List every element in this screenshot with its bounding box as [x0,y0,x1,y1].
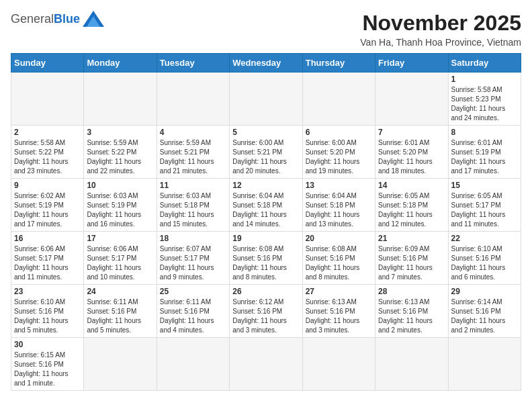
calendar-week-row: 16Sunrise: 6:06 AMSunset: 5:17 PMDayligh… [11,232,521,285]
day-info: Sunrise: 5:59 AMSunset: 5:21 PMDaylight:… [160,138,226,176]
calendar-cell: 7Sunrise: 6:01 AMSunset: 5:20 PMDaylight… [375,126,448,179]
day-number: 28 [378,287,445,296]
calendar-cell: 24Sunrise: 6:11 AMSunset: 5:16 PMDayligh… [84,285,157,338]
day-number: 23 [14,287,81,296]
calendar-cell: 18Sunrise: 6:07 AMSunset: 5:17 PMDayligh… [157,232,229,285]
day-info: Sunrise: 6:12 AMSunset: 5:16 PMDaylight:… [232,298,299,335]
calendar-cell: 8Sunrise: 6:01 AMSunset: 5:19 PMDaylight… [448,126,521,179]
weekday-header-friday: Friday [375,54,448,73]
day-info: Sunrise: 5:58 AMSunset: 5:22 PMDaylight:… [14,138,81,176]
calendar-cell [302,73,375,126]
day-info: Sunrise: 6:10 AMSunset: 5:16 PMDaylight:… [14,298,81,335]
day-info: Sunrise: 6:04 AMSunset: 5:18 PMDaylight:… [232,191,299,229]
calendar-cell: 17Sunrise: 6:06 AMSunset: 5:17 PMDayligh… [84,232,157,285]
calendar-cell [302,338,375,391]
day-info: Sunrise: 6:07 AMSunset: 5:17 PMDaylight:… [160,244,226,282]
day-number: 29 [451,287,518,296]
calendar-cell: 9Sunrise: 6:02 AMSunset: 5:19 PMDaylight… [11,179,84,232]
calendar-cell [448,338,521,391]
logo-general-text: General [11,12,54,26]
day-number: 10 [87,181,153,190]
day-number: 20 [306,234,372,243]
weekday-header-thursday: Thursday [302,54,375,73]
day-number: 27 [306,287,372,296]
day-info: Sunrise: 6:02 AMSunset: 5:19 PMDaylight:… [14,191,81,229]
day-number: 11 [160,181,226,190]
calendar-cell [84,338,157,391]
calendar-cell [157,338,229,391]
calendar-cell: 2Sunrise: 5:58 AMSunset: 5:22 PMDaylight… [11,126,84,179]
calendar-cell [375,338,448,391]
day-number: 24 [87,287,153,296]
calendar-cell [230,73,302,126]
weekday-header-row: SundayMondayTuesdayWednesdayThursdayFrid… [11,54,521,73]
weekday-header-saturday: Saturday [448,54,521,73]
calendar-week-row: 2Sunrise: 5:58 AMSunset: 5:22 PMDaylight… [11,126,521,179]
calendar-cell: 10Sunrise: 6:03 AMSunset: 5:19 PMDayligh… [84,179,157,232]
day-info: Sunrise: 6:03 AMSunset: 5:19 PMDaylight:… [87,191,153,229]
day-number: 21 [378,234,445,243]
calendar-cell: 14Sunrise: 6:05 AMSunset: 5:18 PMDayligh… [375,179,448,232]
day-number: 2 [14,128,81,137]
calendar-cell: 19Sunrise: 6:08 AMSunset: 5:16 PMDayligh… [230,232,302,285]
page-header: General Blue November 2025 Van Ha, Thanh… [11,11,521,48]
day-info: Sunrise: 6:08 AMSunset: 5:16 PMDaylight:… [306,244,372,282]
calendar-cell: 21Sunrise: 6:09 AMSunset: 5:16 PMDayligh… [375,232,448,285]
day-info: Sunrise: 6:01 AMSunset: 5:19 PMDaylight:… [451,138,518,176]
day-number: 6 [306,128,372,137]
day-number: 9 [14,181,81,190]
logo-area: General Blue [11,11,104,27]
day-number: 7 [378,128,445,137]
calendar-week-row: 30Sunrise: 6:15 AMSunset: 5:16 PMDayligh… [11,338,521,391]
day-info: Sunrise: 5:59 AMSunset: 5:22 PMDaylight:… [87,138,153,176]
weekday-header-tuesday: Tuesday [157,54,229,73]
day-info: Sunrise: 6:04 AMSunset: 5:18 PMDaylight:… [306,191,372,229]
calendar-cell [157,73,229,126]
calendar-cell: 22Sunrise: 6:10 AMSunset: 5:16 PMDayligh… [448,232,521,285]
location-subtitle: Van Ha, Thanh Hoa Province, Vietnam [360,37,521,48]
day-number: 12 [232,181,299,190]
calendar-cell [11,73,84,126]
calendar-cell: 29Sunrise: 6:14 AMSunset: 5:16 PMDayligh… [448,285,521,338]
day-info: Sunrise: 6:05 AMSunset: 5:17 PMDaylight:… [451,191,518,229]
day-info: Sunrise: 6:10 AMSunset: 5:16 PMDaylight:… [451,244,518,282]
calendar-cell [375,73,448,126]
calendar-cell: 3Sunrise: 5:59 AMSunset: 5:22 PMDaylight… [84,126,157,179]
day-number: 14 [378,181,445,190]
calendar-cell: 12Sunrise: 6:04 AMSunset: 5:18 PMDayligh… [230,179,302,232]
weekday-header-monday: Monday [84,54,157,73]
day-info: Sunrise: 6:11 AMSunset: 5:16 PMDaylight:… [87,298,153,335]
calendar-cell: 11Sunrise: 6:03 AMSunset: 5:18 PMDayligh… [157,179,229,232]
calendar-cell: 1Sunrise: 5:58 AMSunset: 5:23 PMDaylight… [448,73,521,126]
calendar-table: SundayMondayTuesdayWednesdayThursdayFrid… [11,53,521,391]
day-info: Sunrise: 6:13 AMSunset: 5:16 PMDaylight:… [378,298,445,335]
day-info: Sunrise: 6:14 AMSunset: 5:16 PMDaylight:… [451,298,518,335]
day-number: 25 [160,287,226,296]
calendar-cell [230,338,302,391]
day-number: 3 [87,128,153,137]
day-info: Sunrise: 5:58 AMSunset: 5:23 PMDaylight:… [451,85,518,123]
calendar-cell: 5Sunrise: 6:00 AMSunset: 5:21 PMDaylight… [230,126,302,179]
calendar-cell: 25Sunrise: 6:11 AMSunset: 5:16 PMDayligh… [157,285,229,338]
calendar-cell: 26Sunrise: 6:12 AMSunset: 5:16 PMDayligh… [230,285,302,338]
day-info: Sunrise: 6:01 AMSunset: 5:20 PMDaylight:… [378,138,445,176]
calendar-body: 1Sunrise: 5:58 AMSunset: 5:23 PMDaylight… [11,73,521,391]
calendar-cell: 13Sunrise: 6:04 AMSunset: 5:18 PMDayligh… [302,179,375,232]
month-title: November 2025 [360,11,521,36]
calendar-cell [84,73,157,126]
calendar-cell: 4Sunrise: 5:59 AMSunset: 5:21 PMDaylight… [157,126,229,179]
logo-icon [83,11,104,27]
day-number: 22 [451,234,518,243]
calendar-cell: 23Sunrise: 6:10 AMSunset: 5:16 PMDayligh… [11,285,84,338]
day-number: 5 [232,128,299,137]
weekday-header-sunday: Sunday [11,54,84,73]
calendar-cell: 16Sunrise: 6:06 AMSunset: 5:17 PMDayligh… [11,232,84,285]
day-info: Sunrise: 6:08 AMSunset: 5:16 PMDaylight:… [232,244,299,282]
day-info: Sunrise: 6:13 AMSunset: 5:16 PMDaylight:… [306,298,372,335]
day-info: Sunrise: 6:06 AMSunset: 5:17 PMDaylight:… [14,244,81,282]
calendar-cell: 15Sunrise: 6:05 AMSunset: 5:17 PMDayligh… [448,179,521,232]
day-number: 13 [306,181,372,190]
day-info: Sunrise: 6:05 AMSunset: 5:18 PMDaylight:… [378,191,445,229]
calendar-cell: 20Sunrise: 6:08 AMSunset: 5:16 PMDayligh… [302,232,375,285]
weekday-header-wednesday: Wednesday [230,54,302,73]
